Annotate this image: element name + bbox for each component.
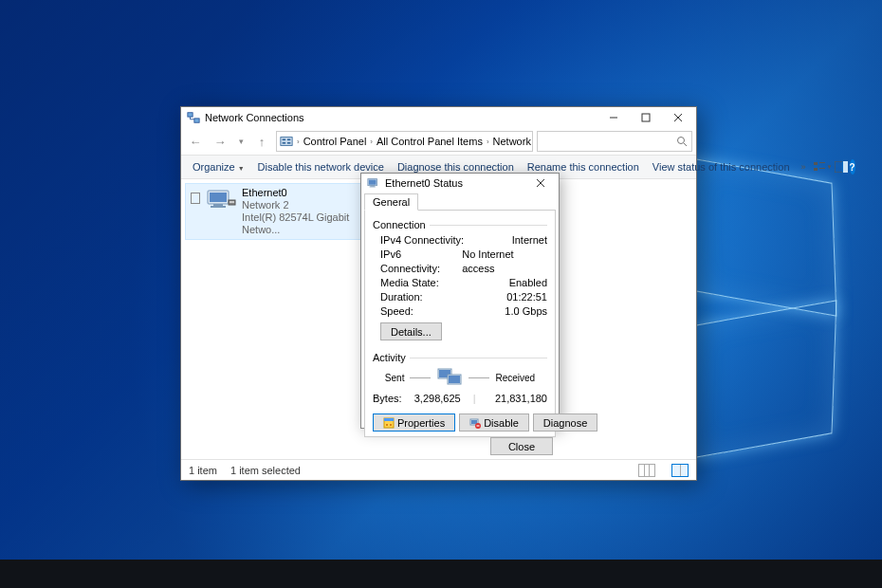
overflow-chevron-icon[interactable]: » bbox=[798, 162, 810, 172]
svg-rect-27 bbox=[369, 180, 377, 185]
organize-menu[interactable]: Organize▼ bbox=[187, 158, 250, 175]
svg-rect-41 bbox=[471, 420, 477, 424]
ipv6-label: IPv6 Connectivity: bbox=[380, 248, 462, 276]
tiles-view-button[interactable] bbox=[671, 464, 689, 477]
item-count: 1 item bbox=[189, 465, 217, 476]
connection-name: Ethernet0 bbox=[242, 187, 361, 199]
svg-rect-7 bbox=[283, 138, 286, 140]
tab-panel-general: Connection IPv4 Connectivity:Internet IP… bbox=[364, 210, 556, 437]
item-checkbox[interactable] bbox=[191, 193, 200, 204]
media-state-label: Media State: bbox=[380, 276, 439, 290]
sent-label: Sent bbox=[385, 373, 405, 383]
window-title: Network Connections bbox=[205, 112, 304, 123]
breadcrumb-segment[interactable]: All Control Panel Items bbox=[377, 136, 483, 147]
svg-rect-19 bbox=[843, 161, 848, 173]
dialog-title: Ethernet0 Status bbox=[385, 177, 463, 189]
svg-rect-37 bbox=[384, 418, 394, 421]
svg-line-12 bbox=[684, 143, 687, 146]
control-panel-icon bbox=[280, 135, 293, 148]
diagnose-button[interactable]: Diagnose bbox=[533, 413, 597, 432]
dialog-titlebar[interactable]: Ethernet0 Status bbox=[361, 174, 559, 193]
nav-forward-button[interactable]: → bbox=[210, 131, 230, 152]
details-button[interactable]: Details... bbox=[380, 322, 442, 340]
chevron-right-icon[interactable]: › bbox=[297, 138, 300, 146]
taskbar[interactable] bbox=[0, 560, 882, 588]
details-view-button[interactable] bbox=[638, 464, 655, 477]
search-input[interactable] bbox=[537, 131, 692, 152]
svg-rect-9 bbox=[283, 142, 286, 144]
svg-point-38 bbox=[386, 424, 388, 426]
minimize-button[interactable] bbox=[597, 108, 630, 127]
nav-history-button[interactable]: ▾ bbox=[234, 131, 248, 152]
group-connection-label: Connection bbox=[373, 219, 426, 230]
activity-computers-icon bbox=[436, 367, 463, 388]
svg-rect-13 bbox=[814, 162, 818, 165]
speed-value: 1.0 Gbps bbox=[505, 304, 547, 319]
svg-rect-8 bbox=[287, 138, 291, 140]
ipv6-value: No Internet access bbox=[462, 248, 547, 276]
svg-rect-25 bbox=[230, 201, 234, 203]
breadcrumb-segment[interactable]: Network Connections bbox=[493, 136, 533, 147]
view-options-button[interactable]: ▼ bbox=[814, 158, 833, 175]
svg-rect-0 bbox=[188, 113, 193, 117]
selection-count: 1 item selected bbox=[230, 465, 301, 476]
status-bar: 1 item 1 item selected bbox=[181, 459, 696, 480]
connection-item-ethernet0[interactable]: Ethernet0 Network 2 Intel(R) 82574L Giga… bbox=[185, 183, 365, 240]
svg-rect-15 bbox=[814, 168, 818, 171]
svg-rect-29 bbox=[370, 187, 376, 188]
tab-general[interactable]: General bbox=[364, 193, 418, 211]
address-bar[interactable]: › Control Panel › All Control Panel Item… bbox=[276, 131, 533, 152]
help-button[interactable]: ? bbox=[850, 159, 855, 175]
connection-network: Network 2 bbox=[242, 199, 361, 211]
ipv4-value: Internet bbox=[512, 233, 547, 248]
bytes-sent-value: 3,298,625 bbox=[402, 392, 473, 406]
nav-back-button[interactable]: ← bbox=[185, 131, 206, 152]
svg-rect-22 bbox=[213, 204, 223, 206]
view-status-button[interactable]: View status of this connection bbox=[647, 158, 796, 175]
close-button[interactable]: Close bbox=[490, 437, 553, 455]
svg-rect-3 bbox=[642, 114, 650, 121]
properties-button[interactable]: Properties bbox=[373, 413, 455, 432]
window-titlebar[interactable]: Network Connections bbox=[181, 107, 696, 128]
breadcrumb-segment[interactable]: Control Panel bbox=[303, 136, 367, 147]
svg-point-39 bbox=[390, 424, 392, 426]
svg-rect-1 bbox=[194, 119, 199, 122]
network-adapter-icon bbox=[367, 176, 380, 190]
preview-pane-button[interactable] bbox=[835, 158, 848, 175]
search-icon bbox=[676, 136, 688, 147]
svg-rect-35 bbox=[449, 376, 460, 383]
maximize-button[interactable] bbox=[630, 108, 662, 127]
svg-rect-23 bbox=[211, 206, 226, 208]
close-button[interactable] bbox=[662, 108, 694, 127]
ipv4-label: IPv4 Connectivity: bbox=[380, 233, 464, 248]
bytes-received-value: 21,831,180 bbox=[476, 392, 547, 406]
svg-rect-10 bbox=[287, 142, 291, 144]
tab-row: General bbox=[361, 193, 559, 210]
speed-label: Speed: bbox=[380, 304, 413, 319]
nav-up-button[interactable]: ↑ bbox=[251, 131, 272, 152]
received-label: Received bbox=[495, 373, 535, 383]
chevron-right-icon[interactable]: › bbox=[370, 138, 373, 146]
svg-rect-28 bbox=[371, 186, 375, 187]
disable-button[interactable]: Disable bbox=[459, 413, 529, 432]
bytes-label: Bytes: bbox=[373, 392, 402, 406]
svg-point-11 bbox=[678, 138, 685, 144]
svg-rect-16 bbox=[819, 168, 825, 169]
nav-bar: ← → ▾ ↑ › Control Panel › All Control Pa… bbox=[181, 128, 696, 155]
network-adapter-icon bbox=[206, 187, 236, 211]
group-activity-label: Activity bbox=[373, 352, 406, 363]
network-connections-icon bbox=[187, 111, 200, 124]
chevron-right-icon[interactable]: › bbox=[487, 138, 489, 146]
svg-rect-6 bbox=[281, 138, 292, 146]
dialog-close-button[interactable] bbox=[524, 174, 557, 193]
connection-adapter: Intel(R) 82574L Gigabit Netwo... bbox=[242, 211, 361, 236]
duration-value: 01:22:51 bbox=[506, 290, 547, 304]
svg-rect-21 bbox=[210, 193, 227, 202]
ethernet-status-dialog: Ethernet0 Status General Connection IPv4… bbox=[360, 173, 560, 429]
svg-rect-14 bbox=[819, 162, 825, 163]
media-state-value: Enabled bbox=[509, 276, 547, 290]
duration-label: Duration: bbox=[380, 290, 423, 304]
